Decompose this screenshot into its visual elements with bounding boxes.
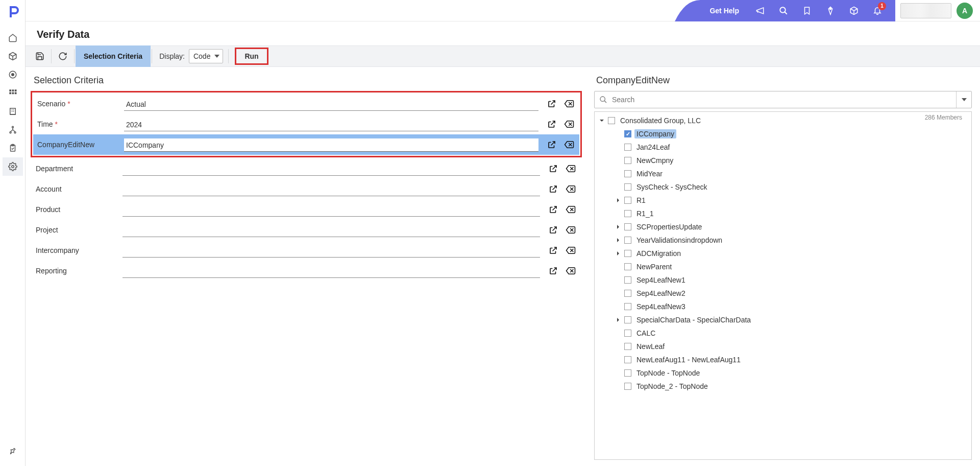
- tree-checkbox[interactable]: [624, 210, 631, 217]
- selection-criteria-tab[interactable]: Selection Criteria: [76, 45, 151, 67]
- clear-icon[interactable]: [566, 245, 576, 255]
- expand-icon[interactable]: [614, 223, 622, 231]
- tree-checkbox[interactable]: [624, 263, 631, 270]
- clear-icon[interactable]: [566, 225, 576, 235]
- tree-node[interactable]: NewLeafAug11 - NewLeafAug11: [595, 353, 971, 366]
- tree-checkbox[interactable]: [624, 330, 631, 337]
- criteria-input[interactable]: [122, 162, 540, 176]
- tree-checkbox[interactable]: [624, 237, 631, 244]
- tree-node[interactable]: R1_1: [595, 207, 971, 220]
- tree-node[interactable]: TopNode - TopNode: [595, 366, 971, 380]
- tree-checkbox[interactable]: [624, 290, 631, 297]
- tree-checkbox[interactable]: [624, 356, 631, 363]
- tree-checkbox[interactable]: [624, 383, 631, 390]
- clear-icon[interactable]: [564, 119, 574, 129]
- clear-icon[interactable]: [564, 139, 574, 150]
- tree-checkbox[interactable]: [624, 130, 631, 137]
- tree-node[interactable]: SCPropertiesUpdate: [595, 220, 971, 234]
- criteria-input[interactable]: [122, 265, 540, 278]
- tree-node[interactable]: ADCMigration: [595, 247, 971, 260]
- open-external-icon[interactable]: [548, 225, 558, 235]
- expand-icon[interactable]: [614, 196, 622, 204]
- criteria-row[interactable]: Reporting: [32, 261, 581, 281]
- tree-node[interactable]: Sep4LeafNew3: [595, 300, 971, 313]
- criteria-row[interactable]: Product: [32, 199, 581, 220]
- open-external-icon[interactable]: [548, 245, 558, 255]
- tree-node[interactable]: YearValidationsindropdown: [595, 234, 971, 247]
- preview-thumbnail[interactable]: [900, 3, 951, 18]
- tree-node[interactable]: Consolidated Group, LLC: [595, 114, 971, 127]
- open-external-icon[interactable]: [548, 204, 558, 215]
- tree-checkbox[interactable]: [608, 117, 615, 124]
- criteria-input[interactable]: [124, 138, 538, 152]
- nav-settings-icon[interactable]: [3, 157, 23, 176]
- criteria-row[interactable]: Intercompany: [32, 240, 581, 261]
- criteria-row[interactable]: Scenario*: [33, 94, 579, 114]
- tree-node[interactable]: Sep4LeafNew1: [595, 273, 971, 287]
- tree-node[interactable]: Sep4LeafNew2: [595, 287, 971, 300]
- open-external-icon[interactable]: [548, 184, 558, 194]
- nav-grid-icon[interactable]: [3, 84, 23, 102]
- tree-node[interactable]: MidYear: [595, 167, 971, 180]
- tree-node[interactable]: SysCheck - SysCheck: [595, 180, 971, 194]
- expand-icon[interactable]: [614, 316, 622, 324]
- criteria-input[interactable]: [122, 183, 540, 196]
- tree-node[interactable]: SpecialCharData - SpecialCharData: [595, 313, 971, 327]
- clear-icon[interactable]: [566, 164, 576, 174]
- open-external-icon[interactable]: [547, 119, 557, 129]
- run-button[interactable]: Run: [235, 48, 268, 65]
- nav-cube-icon[interactable]: [3, 47, 23, 65]
- open-external-icon[interactable]: [548, 164, 558, 174]
- open-external-icon[interactable]: [547, 139, 557, 150]
- package-icon[interactable]: [842, 0, 866, 21]
- search-dropdown-icon[interactable]: [956, 91, 971, 108]
- get-help-button[interactable]: Get Help: [700, 7, 748, 15]
- tree-node[interactable]: ICCompany: [595, 127, 971, 141]
- tree-checkbox[interactable]: [624, 276, 631, 284]
- tree-search-input[interactable]: [612, 91, 956, 108]
- nav-home-icon[interactable]: [3, 29, 23, 47]
- tree-checkbox[interactable]: [624, 144, 631, 151]
- nav-target-icon[interactable]: [3, 65, 23, 84]
- tree-node[interactable]: R1: [595, 194, 971, 207]
- refresh-icon[interactable]: [53, 48, 73, 64]
- criteria-input[interactable]: [122, 203, 540, 217]
- search-icon[interactable]: [772, 0, 795, 21]
- nav-clipboard-icon[interactable]: [3, 139, 23, 157]
- open-external-icon[interactable]: [547, 99, 557, 109]
- bell-icon[interactable]: 1: [866, 0, 889, 21]
- criteria-row[interactable]: Project: [32, 220, 581, 240]
- tree-checkbox[interactable]: [624, 157, 631, 164]
- tree-node[interactable]: CALC: [595, 327, 971, 340]
- criteria-row[interactable]: CompanyEditNew: [33, 134, 579, 155]
- megaphone-icon[interactable]: [748, 0, 772, 21]
- criteria-row[interactable]: Time*: [33, 114, 579, 134]
- avatar[interactable]: A: [957, 3, 973, 19]
- clear-icon[interactable]: [564, 99, 574, 109]
- criteria-row[interactable]: Department: [32, 158, 581, 179]
- criteria-input[interactable]: [122, 244, 540, 258]
- tree-checkbox[interactable]: [624, 183, 631, 191]
- tree-node[interactable]: Jan24Leaf: [595, 141, 971, 154]
- nav-hierarchy-icon[interactable]: [3, 121, 23, 139]
- collapse-icon[interactable]: [598, 116, 606, 125]
- criteria-row[interactable]: Account: [32, 179, 581, 199]
- clear-icon[interactable]: [566, 184, 576, 194]
- tree-node[interactable]: NewCmpny: [595, 154, 971, 167]
- tree-checkbox[interactable]: [624, 223, 631, 230]
- nav-building-icon[interactable]: [3, 102, 23, 121]
- save-icon[interactable]: [30, 48, 50, 64]
- app-logo[interactable]: [6, 4, 20, 18]
- criteria-input[interactable]: [122, 224, 540, 237]
- diamond-icon[interactable]: [819, 0, 842, 21]
- criteria-input[interactable]: [124, 98, 538, 111]
- tree-checkbox[interactable]: [624, 303, 631, 310]
- expand-icon[interactable]: [614, 236, 622, 244]
- tree-checkbox[interactable]: [624, 250, 631, 257]
- tree-checkbox[interactable]: [624, 343, 631, 350]
- tree-checkbox[interactable]: [624, 316, 631, 323]
- pin-icon[interactable]: [3, 442, 23, 461]
- clear-icon[interactable]: [566, 204, 576, 215]
- bookmark-icon[interactable]: [795, 0, 819, 21]
- tree-checkbox[interactable]: [624, 197, 631, 204]
